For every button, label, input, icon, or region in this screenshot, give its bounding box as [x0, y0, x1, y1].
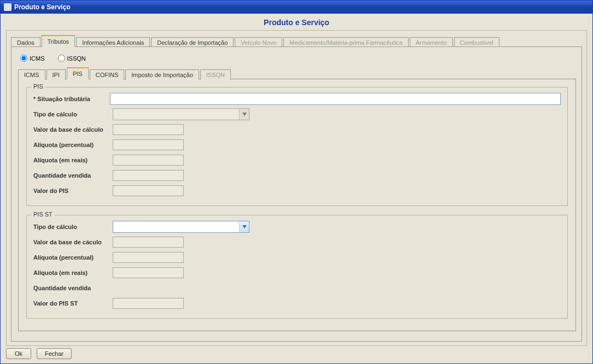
- input-valor-base[interactable]: [113, 124, 184, 135]
- window-title: Produto e Serviço: [14, 3, 71, 11]
- tax-type-radios: ICMS ISSQN: [18, 52, 576, 67]
- lbl-aliquota-percentual: Alíquota (percentual): [33, 142, 113, 148]
- input-st-aliquota-percentual[interactable]: [113, 252, 184, 263]
- outer-panel: Dados Tributos Informações Adicionais De…: [6, 30, 587, 346]
- combo-tipo-calculo[interactable]: [113, 108, 249, 120]
- lbl-st-aliquota-percentual: Alíquota (percentual): [33, 254, 113, 261]
- lbl-st-valor-pis-st: Valor do PIS ST: [33, 300, 113, 307]
- fechar-button[interactable]: Fechar: [37, 348, 72, 359]
- radio-issqn[interactable]: ISSQN: [58, 55, 86, 62]
- radio-icms-input[interactable]: [20, 55, 27, 62]
- fieldset-pis-st: PIS ST Tipo de cálculo Valor da base de …: [26, 215, 568, 319]
- input-st-valor-pis-st[interactable]: [113, 298, 184, 309]
- combo-situacao-tributaria[interactable]: [110, 93, 561, 105]
- subtab-pis[interactable]: PIS: [67, 67, 89, 79]
- app-icon: [4, 3, 11, 11]
- input-aliquota-reais[interactable]: [113, 155, 184, 166]
- radio-icms[interactable]: ICMS: [20, 55, 45, 62]
- lbl-tipo-calculo: Tipo de cálculo: [33, 111, 113, 118]
- titlebar: Produto e Serviço: [1, 1, 592, 14]
- input-quantidade-vendida[interactable]: [113, 170, 184, 181]
- input-st-valor-base[interactable]: [113, 237, 184, 248]
- tab-body-tributos: ICMS ISSQN ICMS IPI PIS COFINS Imposto d…: [11, 46, 582, 342]
- sub-tabstrip: ICMS IPI PIS COFINS Imposto de Importaçã…: [18, 67, 576, 79]
- main-tabstrip: Dados Tributos Informações Adicionais De…: [11, 35, 582, 47]
- lbl-st-aliquota-reais: Alíquota (em reais): [33, 269, 113, 276]
- lbl-valor-pis: Valor do PIS: [33, 187, 113, 194]
- combo-st-tipo-calculo[interactable]: [113, 221, 249, 233]
- subtab-cofins[interactable]: COFINS: [90, 69, 125, 80]
- subtab-imposto-importacao[interactable]: Imposto de Importação: [125, 69, 199, 80]
- chevron-down-icon: [239, 109, 249, 120]
- legend-pis-st: PIS ST: [31, 211, 55, 218]
- fieldset-pis: PIS * Situação tributária Tipo de cálcul…: [26, 87, 568, 206]
- button-bar: Ok Fechar: [6, 348, 72, 359]
- input-aliquota-percentual[interactable]: [113, 139, 184, 150]
- input-st-aliquota-reais[interactable]: [113, 267, 184, 278]
- panel-title: Produto e Serviço: [1, 14, 592, 30]
- lbl-st-tipo-calculo: Tipo de cálculo: [33, 224, 113, 230]
- subtab-body-pis: PIS * Situação tributária Tipo de cálcul…: [18, 79, 576, 331]
- lbl-valor-base: Valor da base de cálculo: [33, 126, 113, 133]
- input-valor-pis[interactable]: [113, 185, 184, 196]
- ok-button[interactable]: Ok: [6, 348, 31, 359]
- app-window: Produto e Serviço Produto e Serviço Dado…: [0, 0, 593, 364]
- legend-pis: PIS: [31, 83, 45, 90]
- lbl-aliquota-reais: Alíquota (em reais): [33, 157, 113, 163]
- subtab-issqn: ISSQN: [200, 69, 231, 80]
- radio-icms-label: ICMS: [30, 55, 45, 62]
- lbl-st-valor-base: Valor da base de cáculo: [33, 239, 113, 245]
- tab-tributos[interactable]: Tributos: [42, 35, 75, 47]
- subtab-ipi[interactable]: IPI: [46, 69, 66, 80]
- lbl-st-quantidade-vendida: Quantidade vendida: [33, 285, 113, 291]
- chevron-down-icon: [239, 221, 249, 232]
- subtab-icms[interactable]: ICMS: [18, 69, 45, 80]
- lbl-situacao-tributaria: * Situação tributária: [33, 96, 110, 102]
- radio-issqn-label: ISSQN: [67, 55, 86, 62]
- lbl-quantidade-vendida: Quantidade vendida: [33, 172, 113, 179]
- radio-issqn-input[interactable]: [58, 55, 65, 62]
